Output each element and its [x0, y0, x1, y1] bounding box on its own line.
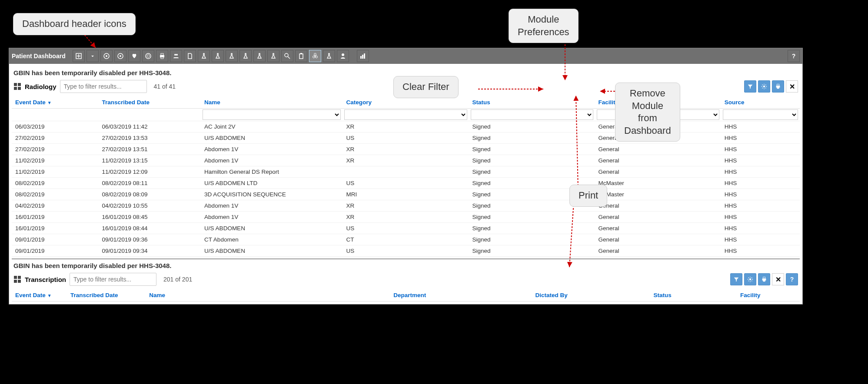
table-row[interactable]: 09/01/201909/01/2019 09:36CT AbdomenCTSi…: [12, 234, 800, 245]
tcol-status[interactable]: Status: [650, 289, 737, 301]
toolbar-lab6-icon[interactable]: [267, 50, 279, 62]
cell-source: HHS: [721, 166, 800, 178]
filter-category[interactable]: [344, 109, 467, 120]
filter-name[interactable]: [203, 109, 341, 120]
cell-source: HHS: [721, 245, 800, 257]
svg-rect-32: [14, 87, 17, 90]
toolbar-lab5-icon[interactable]: [253, 50, 266, 62]
col-status[interactable]: Status: [469, 96, 595, 109]
cell-source: HHS: [721, 121, 800, 132]
cell-name: CT Abdomen: [201, 234, 343, 245]
svg-rect-27: [360, 56, 362, 59]
svg-rect-36: [777, 84, 779, 86]
toolbar-print-icon[interactable]: [156, 50, 168, 62]
transcription-header: Transcription 201 of 201 ✕ ?: [12, 272, 800, 289]
svg-rect-30: [14, 83, 17, 86]
transcription-remove-button[interactable]: ✕: [772, 273, 784, 285]
tcol-department[interactable]: Department: [390, 289, 532, 301]
col-source[interactable]: Source: [721, 96, 800, 109]
toolbar-alert2-icon[interactable]: [114, 50, 126, 62]
toolbar-lab2-icon[interactable]: [212, 50, 224, 62]
col-name[interactable]: Name: [201, 96, 343, 109]
toolbar-lab7-icon[interactable]: [323, 50, 335, 62]
col-event-date[interactable]: Event Date▼: [12, 96, 98, 109]
cell-name: AC Joint 2V: [201, 121, 343, 132]
svg-rect-20: [299, 54, 303, 59]
table-row[interactable]: 27/02/201927/02/2019 13:51Abdomen 1VXRSi…: [12, 144, 800, 155]
svg-rect-40: [14, 280, 17, 283]
table-row[interactable]: 11/02/201911/02/2019 13:15Abdomen 1VXRSi…: [12, 155, 800, 166]
table-row[interactable]: 11/02/201911/02/2019 12:09Hamilton Gener…: [12, 166, 800, 178]
cell-source: HHS: [721, 132, 800, 144]
print-button[interactable]: [772, 80, 784, 93]
toolbar-lab4-icon[interactable]: [239, 50, 252, 62]
cell-name: Abdomen 1V: [201, 200, 343, 212]
cell-source: HHS: [721, 144, 800, 155]
transcription-table: Event Date▼ Transcribed Date Name Depart…: [12, 289, 800, 301]
toolbar-biohazard-icon[interactable]: [309, 50, 321, 62]
cell-status: Signed: [469, 234, 595, 245]
toolbar-heart-icon[interactable]: [128, 50, 140, 62]
toolbar-lab1-icon[interactable]: [198, 50, 210, 62]
remove-module-button[interactable]: ✕: [786, 80, 798, 93]
filter-source[interactable]: [723, 109, 798, 120]
cell-facility: General: [595, 200, 721, 212]
toolbar-title: Patient Dashboard: [12, 53, 66, 60]
cell-facility: General: [595, 223, 721, 234]
table-row[interactable]: 09/01/201909/01/2019 09:34U/S ABDOMENUSS…: [12, 245, 800, 257]
cell-category: [343, 166, 469, 178]
toolbar-help-button[interactable]: ?: [788, 50, 800, 62]
cell-category: US: [343, 223, 469, 234]
toolbar-download-icon[interactable]: [86, 50, 99, 62]
transcription-help-button[interactable]: ?: [786, 273, 798, 285]
tcol-transcribed-date[interactable]: Transcribed Date: [67, 289, 146, 301]
cell-event_date: 09/01/2019: [12, 234, 98, 245]
toolbar-hospital-icon[interactable]: [73, 50, 85, 62]
cell-category: US: [343, 178, 469, 189]
toolbar-people-icon[interactable]: [170, 50, 182, 62]
cell-status: Signed: [469, 121, 595, 132]
tcol-dictated-by[interactable]: Dictated By: [532, 289, 650, 301]
module-prefs-button[interactable]: [758, 80, 770, 93]
tcol-event-date[interactable]: Event Date▼: [12, 289, 67, 301]
toolbar-chart-icon[interactable]: [357, 50, 369, 62]
cell-transcribed: 11/02/2019 12:09: [98, 166, 201, 178]
cell-transcribed: 27/02/2019 13:51: [98, 144, 201, 155]
cell-event_date: 27/02/2019: [12, 132, 98, 144]
clear-filter-button[interactable]: [744, 80, 756, 93]
table-row[interactable]: 06/03/201906/03/2019 11:42AC Joint 2VXRS…: [12, 121, 800, 132]
svg-point-10: [120, 55, 121, 57]
cell-status: Signed: [469, 144, 595, 155]
table-row[interactable]: 16/01/201916/01/2019 08:44U/S ABDOMENUSS…: [12, 223, 800, 234]
cell-status: Signed: [469, 132, 595, 144]
table-row[interactable]: 08/02/201908/02/2019 08:11U/S ABDOMEN LT…: [12, 178, 800, 189]
col-transcribed-date[interactable]: Transcribed Date: [98, 96, 201, 109]
transcription-filter-input[interactable]: [70, 273, 156, 286]
svg-line-19: [288, 56, 290, 59]
table-row[interactable]: 08/02/201908/02/2019 08:093D ACQUISITION…: [12, 189, 800, 200]
toolbar-person-icon[interactable]: [337, 50, 349, 62]
callout-header-icons: Dashboard header icons: [13, 13, 136, 35]
filter-status[interactable]: [471, 109, 593, 120]
transcription-print-button[interactable]: [758, 273, 770, 285]
toolbar-lab3-icon[interactable]: [226, 50, 238, 62]
transcription-prefs-button[interactable]: [744, 273, 756, 285]
svg-point-18: [285, 53, 288, 57]
toolbar-alert-icon[interactable]: [100, 50, 113, 62]
radiology-filter-input[interactable]: [60, 80, 147, 93]
col-category[interactable]: Category: [343, 96, 469, 109]
toolbar-search-icon[interactable]: [281, 50, 293, 62]
toolbar-spiral-icon[interactable]: [142, 50, 154, 62]
table-row[interactable]: 16/01/201916/01/2019 08:45Abdomen 1VXRSi…: [12, 212, 800, 223]
toolbar-clipboard-icon[interactable]: [295, 50, 307, 62]
table-row[interactable]: 27/02/201927/02/2019 13:53U/S ABDOMENUSS…: [12, 132, 800, 144]
svg-point-42: [749, 278, 751, 280]
toolbar-document-icon[interactable]: [184, 50, 196, 62]
tcol-facility[interactable]: Facility: [737, 289, 800, 301]
svg-rect-28: [362, 55, 363, 59]
table-row[interactable]: 04/02/201904/02/2019 10:55Abdomen 1VXRSi…: [12, 200, 800, 212]
transcription-clear-filter-button[interactable]: [730, 273, 742, 285]
cell-name: U/S ABDOMEN LTD: [201, 178, 343, 189]
svg-point-26: [342, 53, 344, 56]
tcol-name[interactable]: Name: [146, 289, 390, 301]
